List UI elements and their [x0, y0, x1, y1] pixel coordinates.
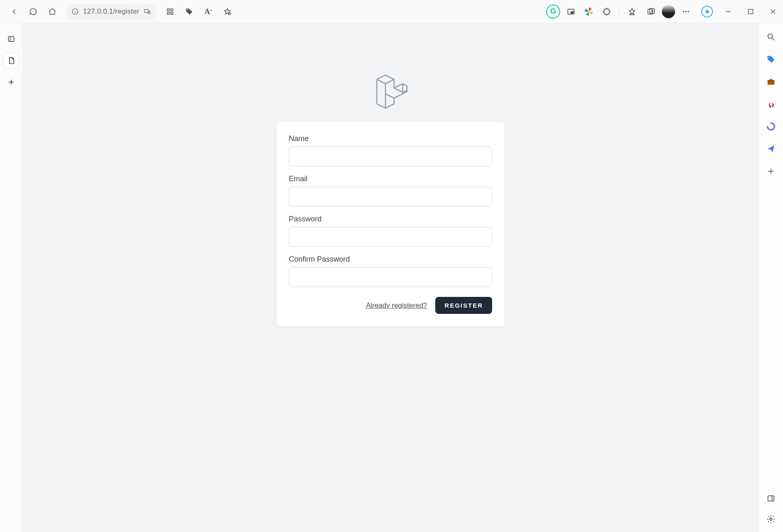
svg-rect-33: [767, 80, 774, 81]
plus-icon: [7, 78, 15, 86]
puzzle-icon: [602, 7, 611, 16]
svg-point-29: [768, 34, 772, 39]
extension-grammarly[interactable]: G: [546, 5, 560, 19]
chess-icon: [766, 99, 776, 109]
browser-toolbar: 127.0.0.1/register A» G: [0, 0, 783, 23]
laravel-logo-icon: [372, 73, 409, 110]
svg-point-31: [768, 57, 769, 58]
page-viewport: Name Email Password Confirm Password Alr…: [23, 23, 758, 532]
more-menu-button[interactable]: [678, 3, 694, 20]
sidebar-send-button[interactable]: [766, 143, 776, 154]
extension-pip[interactable]: [563, 3, 579, 20]
qr-icon: [166, 7, 174, 16]
collections-icon: [647, 7, 655, 16]
sidebar-icon: [7, 35, 15, 43]
svg-rect-5: [167, 9, 169, 11]
window-maximize-button[interactable]: [746, 7, 755, 16]
sidebar-settings-button[interactable]: [766, 514, 776, 525]
already-registered-link[interactable]: Already registered?: [366, 301, 427, 310]
name-label: Name: [289, 134, 492, 143]
bing-icon: [701, 5, 713, 18]
sidebar-shopping-button[interactable]: [766, 54, 776, 65]
svg-point-19: [688, 11, 689, 12]
svg-point-18: [685, 11, 686, 12]
device-icon: [144, 8, 151, 15]
extension-photos[interactable]: [582, 5, 596, 19]
svg-point-17: [683, 11, 684, 12]
plus-icon: [767, 167, 775, 175]
favorites-list-button[interactable]: [624, 3, 640, 20]
refresh-icon: [29, 7, 37, 16]
star-add-icon: [223, 7, 232, 16]
briefcase-icon: [766, 77, 776, 86]
svg-rect-8: [171, 12, 173, 14]
sidebar-toggle-button[interactable]: [766, 493, 776, 504]
window-close-button[interactable]: [769, 7, 777, 16]
sidebar-games-button[interactable]: [766, 99, 776, 109]
panel-icon: [766, 494, 776, 503]
search-icon: [766, 32, 776, 41]
tag-icon: [185, 7, 193, 16]
sidebar-add-button[interactable]: [766, 166, 776, 177]
svg-rect-34: [770, 79, 772, 80]
tab-actions-button[interactable]: [4, 32, 19, 46]
window-minimize-button[interactable]: [724, 7, 732, 16]
svg-rect-6: [171, 9, 173, 11]
document-icon: [7, 56, 15, 65]
bing-chat-button[interactable]: [700, 5, 714, 19]
svg-rect-7: [167, 12, 169, 14]
star-list-icon: [628, 7, 636, 16]
svg-rect-22: [749, 9, 753, 14]
m365-icon: [766, 122, 776, 131]
password-label: Password: [289, 215, 492, 223]
address-bar-text: 127.0.0.1/register: [83, 7, 139, 16]
sidebar-tools-button[interactable]: [766, 76, 776, 87]
profile-avatar[interactable]: [662, 5, 675, 18]
sidebar-search-button[interactable]: [766, 32, 776, 42]
price-tag-button[interactable]: [181, 3, 198, 20]
svg-line-30: [772, 38, 774, 41]
nav-home-button[interactable]: [44, 3, 61, 20]
email-label: Email: [289, 175, 492, 183]
window-controls: [724, 7, 777, 16]
confirm-password-label: Confirm Password: [289, 255, 492, 264]
nav-back-button[interactable]: [6, 3, 22, 20]
svg-point-9: [187, 9, 188, 10]
tags-icon: [766, 55, 776, 64]
new-tab-button[interactable]: [4, 75, 19, 90]
toolbar-divider: [619, 6, 620, 17]
qr-button[interactable]: [162, 3, 178, 20]
email-input[interactable]: [289, 187, 492, 206]
gear-icon: [766, 515, 776, 524]
pinwheel-icon: [584, 7, 594, 17]
nav-refresh-button[interactable]: [25, 3, 41, 20]
edge-sidebar: [758, 23, 783, 532]
svg-rect-37: [768, 496, 774, 501]
register-card: Name Email Password Confirm Password Alr…: [276, 122, 505, 326]
extensions-button[interactable]: [598, 3, 615, 20]
svg-rect-12: [571, 12, 573, 13]
svg-rect-25: [8, 36, 14, 41]
name-input[interactable]: [289, 146, 492, 166]
read-aloud-button[interactable]: A»: [200, 3, 217, 20]
paper-plane-icon: [766, 144, 776, 153]
favorite-button[interactable]: [219, 3, 236, 20]
register-button[interactable]: Register: [435, 297, 492, 314]
sidebar-m365-button[interactable]: [766, 121, 776, 132]
collections-button[interactable]: [643, 3, 659, 20]
password-input[interactable]: [289, 227, 492, 247]
confirm-password-input[interactable]: [289, 267, 492, 287]
arrow-left-icon: [10, 7, 18, 16]
site-info-icon: [71, 8, 79, 15]
svg-point-39: [770, 518, 772, 520]
dots-icon: [682, 7, 690, 16]
pip-icon: [567, 7, 575, 16]
home-icon: [48, 7, 56, 16]
address-bar[interactable]: 127.0.0.1/register: [66, 4, 157, 19]
vertical-tab-rail: [0, 23, 23, 532]
read-aloud-icon: A»: [205, 7, 212, 16]
current-tab[interactable]: [4, 53, 19, 68]
